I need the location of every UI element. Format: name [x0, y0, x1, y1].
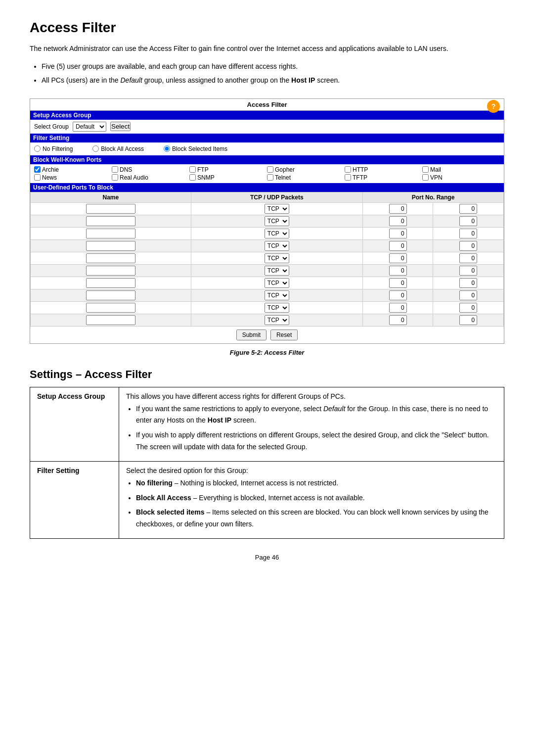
page-title: Access Filter: [30, 20, 504, 36]
protocol-select-1[interactable]: TCP UDP: [265, 216, 289, 226]
gopher-label[interactable]: Gopher: [267, 166, 345, 173]
protocol-select-7[interactable]: TCP UDP: [265, 290, 289, 300]
table-row: TCP UDP: [31, 239, 504, 252]
tftp-checkbox[interactable]: [345, 174, 351, 181]
port-to-1[interactable]: [459, 216, 477, 226]
table-row: TCP UDP: [31, 202, 504, 215]
port-from-8[interactable]: [389, 303, 407, 313]
name-input-2[interactable]: [86, 229, 135, 238]
port-from-3[interactable]: [389, 241, 407, 251]
port-from-5[interactable]: [389, 266, 407, 276]
col-tcp: TCP / UDP Packets: [191, 192, 362, 202]
user-defined-table: Name TCP / UDP Packets Port No. Range TC…: [30, 192, 504, 327]
filter-setting-cell-label: Filter Setting: [30, 461, 119, 538]
intro-bullets: Five (5) user groups are available, and …: [42, 61, 504, 87]
port-to-4[interactable]: [459, 253, 477, 263]
no-filtering-radio[interactable]: [34, 145, 41, 152]
block-selected-radio[interactable]: [164, 145, 170, 152]
bullet-2: All PCs (users) are in the Default group…: [42, 75, 504, 87]
port-from-9[interactable]: [389, 315, 407, 325]
port-to-3[interactable]: [459, 241, 477, 251]
name-input-0[interactable]: [86, 204, 135, 214]
name-input-5[interactable]: [86, 266, 135, 276]
figure-caption: Figure 5-2: Access Filter: [30, 349, 504, 356]
port-from-7[interactable]: [389, 290, 407, 300]
port-to-8[interactable]: [459, 303, 477, 313]
filter-setting-cell-content: Select the desired option for this Group…: [119, 461, 504, 538]
port-from-4[interactable]: [389, 253, 407, 263]
page-number: Page 46: [30, 554, 504, 561]
protocol-select-8[interactable]: TCP UDP: [265, 303, 289, 313]
table-row: TCP UDP: [31, 227, 504, 239]
archie-checkbox[interactable]: [34, 166, 41, 173]
submit-button[interactable]: Submit: [236, 330, 267, 340]
name-input-8[interactable]: [86, 303, 135, 313]
setup-access-group-cell-content: This allows you have different access ri…: [119, 387, 504, 461]
snmp-checkbox[interactable]: [189, 174, 196, 181]
snmp-label[interactable]: SNMP: [189, 174, 267, 181]
vpn-checkbox[interactable]: [422, 174, 429, 181]
no-filtering-label[interactable]: No Filtering: [34, 145, 73, 152]
mail-label[interactable]: Mail: [422, 166, 500, 173]
http-label[interactable]: HTTP: [345, 166, 422, 173]
table-row: TCP UDP: [31, 289, 504, 301]
name-input-6[interactable]: [86, 278, 135, 288]
block-ports-header: Block Well-Known Ports: [30, 155, 504, 164]
tftp-label[interactable]: TFTP: [345, 174, 422, 181]
select-button[interactable]: Select: [110, 122, 131, 131]
name-input-4[interactable]: [86, 253, 135, 263]
list-item: No filtering – Nothing is blocked, Inter…: [136, 477, 497, 489]
http-checkbox[interactable]: [345, 166, 351, 173]
setup-access-group-header: Setup Access Group: [30, 111, 504, 120]
port-to-0[interactable]: [459, 204, 477, 214]
port-from-2[interactable]: [389, 229, 407, 238]
port-to-5[interactable]: [459, 266, 477, 276]
protocol-select-9[interactable]: TCP UDP: [265, 315, 289, 325]
port-from-0[interactable]: [389, 204, 407, 214]
protocol-select-2[interactable]: TCP UDP: [265, 229, 289, 238]
vpn-label[interactable]: VPN: [422, 174, 500, 181]
news-label[interactable]: News: [34, 174, 112, 181]
list-item: Block selected items – Items selected on…: [136, 507, 497, 530]
port-to-9[interactable]: [459, 315, 477, 325]
mail-checkbox[interactable]: [422, 166, 429, 173]
protocol-select-5[interactable]: TCP UDP: [265, 266, 289, 276]
telnet-checkbox[interactable]: [267, 174, 273, 181]
port-from-6[interactable]: [389, 278, 407, 288]
table-row: TCP UDP: [31, 215, 504, 227]
group-select[interactable]: Default Group 1 Group 2 Group 3 Group 4: [73, 122, 106, 132]
block-all-label[interactable]: Block All Access: [92, 145, 144, 152]
settings-title: Settings – Access Filter: [30, 368, 504, 381]
name-input-7[interactable]: [86, 290, 135, 300]
block-all-radio[interactable]: [92, 145, 99, 152]
protocol-select-3[interactable]: TCP UDP: [265, 241, 289, 251]
ftp-checkbox[interactable]: [189, 166, 196, 173]
port-from-1[interactable]: [389, 216, 407, 226]
protocol-select-0[interactable]: TCP UDP: [265, 204, 289, 214]
name-input-1[interactable]: [86, 216, 135, 226]
help-icon[interactable]: ?: [487, 100, 500, 113]
name-input-9[interactable]: [86, 315, 135, 325]
port-to-7[interactable]: [459, 290, 477, 300]
ftp-label[interactable]: FTP: [189, 166, 267, 173]
name-input-3[interactable]: [86, 241, 135, 251]
table-row: Filter Setting Select the desired option…: [30, 461, 504, 538]
realaudio-checkbox[interactable]: [112, 174, 118, 181]
port-to-6[interactable]: [459, 278, 477, 288]
port-to-2[interactable]: [459, 229, 477, 238]
protocol-select-6[interactable]: TCP UDP: [265, 278, 289, 288]
block-selected-label[interactable]: Block Selected Items: [164, 145, 227, 152]
dns-checkbox[interactable]: [112, 166, 118, 173]
settings-table: Setup Access Group This allows you have …: [30, 387, 504, 539]
archie-label[interactable]: Archie: [34, 166, 112, 173]
news-checkbox[interactable]: [34, 174, 41, 181]
filter-setting-row: No Filtering Block All Access Block Sele…: [30, 142, 504, 155]
dns-label[interactable]: DNS: [112, 166, 189, 173]
telnet-label[interactable]: Telnet: [267, 174, 345, 181]
bullet-1: Five (5) user groups are available, and …: [42, 61, 504, 73]
protocol-select-4[interactable]: TCP UDP: [265, 253, 289, 263]
reset-button[interactable]: Reset: [270, 330, 298, 340]
realaudio-label[interactable]: Real Audio: [112, 174, 189, 181]
gopher-checkbox[interactable]: [267, 166, 273, 173]
table-row: TCP UDP: [31, 252, 504, 264]
